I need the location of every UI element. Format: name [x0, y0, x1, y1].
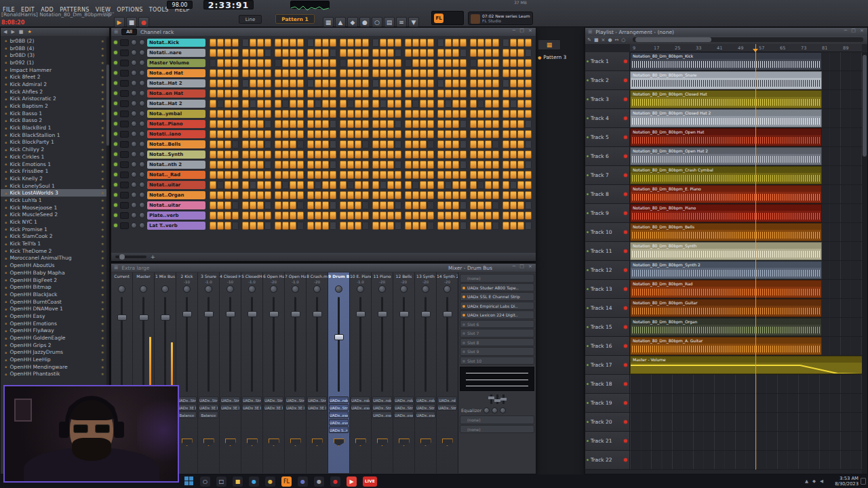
step-cell[interactable]: [257, 100, 264, 108]
mixer-pan-knob[interactable]: [335, 285, 342, 293]
step-cell[interactable]: [452, 222, 459, 230]
step-cell[interactable]: [322, 191, 329, 199]
step-cell[interactable]: [347, 59, 354, 67]
plugin-slot[interactable]: UADx..Strip: [416, 404, 435, 411]
multilink-icon[interactable]: ≡: [396, 17, 407, 27]
mixer-pan-knob[interactable]: [205, 285, 212, 293]
step-cell[interactable]: [380, 69, 387, 77]
step-cell[interactable]: [470, 89, 477, 98]
favorite-star-icon[interactable]: ★: [101, 227, 104, 232]
channel-name-button[interactable]: Notat..Bells: [147, 140, 205, 148]
step-cell[interactable]: [347, 150, 354, 159]
step-cell[interactable]: [517, 120, 524, 128]
step-cell[interactable]: [452, 69, 459, 77]
channel-name-button[interactable]: Notat..Piano: [147, 120, 205, 128]
step-cell[interactable]: [362, 171, 369, 179]
route-arrow-icon[interactable]: [203, 439, 214, 446]
step-cell[interactable]: [297, 150, 304, 159]
plugin-slot[interactable]: UADx..ndar: [394, 396, 414, 403]
step-cell[interactable]: [387, 79, 394, 87]
track-arm-led[interactable]: [624, 268, 627, 272]
step-cell[interactable]: [477, 120, 484, 128]
step-cell[interactable]: [224, 211, 231, 220]
track-lane[interactable]: Notation_80_Dm_80bpm_E. Piano: [630, 185, 862, 203]
step-cell[interactable]: [355, 79, 361, 87]
step-cell[interactable]: [372, 222, 379, 230]
step-cell[interactable]: [282, 171, 289, 179]
step-cell[interactable]: [322, 59, 329, 67]
step-cell[interactable]: [217, 59, 224, 67]
step-cell[interactable]: [470, 222, 477, 230]
browser-item[interactable]: ▪Moroccanel AnimalThug★: [1, 255, 106, 262]
step-cell[interactable]: [250, 211, 256, 220]
step-cell[interactable]: [502, 171, 509, 179]
mixer-titlebar[interactable]: ☰ Extra large Mixer - Drum Bus ─ □ ×: [111, 264, 536, 272]
step-cell[interactable]: [217, 100, 224, 108]
step-cell[interactable]: [340, 222, 347, 230]
channel-mute-led[interactable]: [114, 152, 117, 156]
step-cell[interactable]: [210, 211, 216, 220]
step-cell[interactable]: [250, 59, 256, 67]
step-cell[interactable]: [290, 150, 296, 159]
step-cell[interactable]: [510, 150, 517, 159]
step-cell[interactable]: [232, 39, 239, 47]
step-cell[interactable]: [210, 89, 216, 98]
step-cell[interactable]: [510, 39, 517, 47]
track-enable-led[interactable]: [587, 155, 589, 157]
step-cell[interactable]: [217, 69, 224, 77]
step-cell[interactable]: [315, 150, 321, 159]
step-cell[interactable]: [232, 79, 239, 87]
favorite-star-icon[interactable]: ★: [101, 60, 104, 65]
step-cell[interactable]: [517, 49, 524, 57]
stop-button[interactable]: ■: [126, 17, 137, 27]
step-cell[interactable]: [210, 191, 216, 199]
step-cell[interactable]: [340, 69, 347, 77]
step-cell[interactable]: [405, 191, 412, 199]
step-cell[interactable]: [307, 171, 314, 179]
step-cell[interactable]: [477, 79, 484, 87]
playlist-window-buttons[interactable]: ─ □ ×: [844, 28, 865, 33]
step-cell[interactable]: [307, 201, 314, 209]
step-cell[interactable]: [257, 69, 264, 77]
step-cell[interactable]: [224, 110, 231, 118]
mixer-fader[interactable]: [133, 294, 154, 394]
step-cell[interactable]: [420, 130, 427, 138]
step-cell[interactable]: [395, 191, 401, 199]
step-cell[interactable]: [395, 69, 401, 77]
step-cell[interactable]: [347, 191, 354, 199]
file-explorer-icon[interactable]: ■: [233, 476, 243, 487]
step-cell[interactable]: [485, 130, 492, 138]
fader-handle[interactable]: [399, 311, 409, 317]
step-cell[interactable]: [452, 150, 459, 159]
step-cell[interactable]: [282, 89, 289, 98]
step-cell[interactable]: [460, 49, 467, 57]
step-cell[interactable]: [445, 150, 452, 159]
eq-low-knob[interactable]: [484, 407, 490, 413]
step-cell[interactable]: [460, 39, 467, 47]
step-cell[interactable]: [420, 100, 427, 108]
step-cell[interactable]: [322, 171, 329, 179]
step-cell[interactable]: [372, 79, 379, 87]
channel-mute-led[interactable]: [114, 183, 117, 186]
step-cell[interactable]: [492, 140, 499, 148]
step-cell[interactable]: [250, 191, 256, 199]
step-cell[interactable]: [307, 222, 314, 230]
step-cell[interactable]: [427, 140, 434, 148]
step-cell[interactable]: [372, 140, 379, 148]
track-arm-led[interactable]: [624, 98, 627, 101]
step-cell[interactable]: [250, 49, 256, 57]
step-cell[interactable]: [387, 211, 394, 220]
step-cell[interactable]: [282, 181, 289, 189]
step-cell[interactable]: [485, 191, 492, 199]
step-cell[interactable]: [510, 69, 517, 77]
step-cell[interactable]: [217, 211, 224, 220]
step-cell[interactable]: [380, 130, 387, 138]
step-cell[interactable]: [387, 140, 394, 148]
step-cell[interactable]: [257, 130, 264, 138]
step-cell[interactable]: [445, 201, 452, 209]
track-header[interactable]: Track 5: [585, 128, 630, 146]
step-cell[interactable]: [387, 59, 394, 67]
step-cell[interactable]: [232, 130, 239, 138]
mixer-strip[interactable]: 14 Synth 2-20UADx..rdUADx..Str: [437, 272, 458, 473]
channel-pan-knob[interactable]: [131, 182, 137, 188]
